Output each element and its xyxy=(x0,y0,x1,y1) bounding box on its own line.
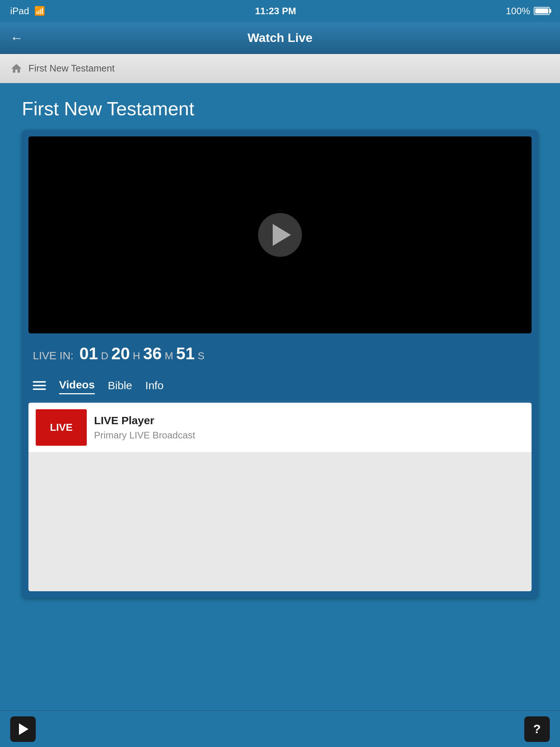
tab-bible[interactable]: Bible xyxy=(108,377,132,394)
device-label: iPad xyxy=(10,5,29,17)
bottom-play-icon xyxy=(19,723,28,735)
breadcrumb-text: First New Testament xyxy=(28,63,114,74)
countdown-days-value: 01 xyxy=(79,344,98,363)
video-player[interactable] xyxy=(28,136,532,333)
hamburger-menu-icon[interactable] xyxy=(33,381,46,390)
hamburger-line-1 xyxy=(33,381,46,383)
hamburger-line-3 xyxy=(33,388,46,390)
main-content: First New Testament LIVE IN: 01 D 20 H 3… xyxy=(0,83,560,612)
play-button-overlay[interactable] xyxy=(258,213,302,257)
countdown-days-unit: D xyxy=(101,350,108,362)
status-bar: iPad 📶 11:23 PM 100% xyxy=(0,0,560,22)
tab-videos[interactable]: Videos xyxy=(59,376,95,394)
nav-title: Watch Live xyxy=(248,31,312,45)
countdown-minutes-unit: M xyxy=(165,350,173,362)
video-info: LIVE Player Primary LIVE Broadcast xyxy=(94,414,195,441)
live-badge: LIVE xyxy=(36,409,87,446)
back-button[interactable]: ← xyxy=(10,30,23,46)
home-icon xyxy=(10,62,23,75)
live-countdown: LIVE IN: 01 D 20 H 36 M 51 S xyxy=(28,333,532,371)
tabs-row: Videos Bible Info xyxy=(28,371,532,401)
video-subtitle: Primary LIVE Broadcast xyxy=(94,430,195,441)
wifi-icon: 📶 xyxy=(34,6,45,16)
countdown-minutes-value: 36 xyxy=(143,344,162,363)
tab-info[interactable]: Info xyxy=(145,377,164,394)
battery-icon xyxy=(534,7,550,15)
video-title: LIVE Player xyxy=(94,414,195,427)
breadcrumb: First New Testament xyxy=(0,54,560,83)
countdown-seconds-value: 51 xyxy=(176,344,195,363)
bottom-play-button[interactable] xyxy=(10,716,36,742)
status-time: 11:23 PM xyxy=(255,5,296,17)
bottom-bar: ? xyxy=(0,711,560,747)
countdown-seconds-unit: S xyxy=(198,350,205,362)
status-right: 100% xyxy=(506,5,550,17)
countdown-hours-unit: H xyxy=(133,350,140,362)
page-title: First New Testament xyxy=(22,98,538,120)
help-label: ? xyxy=(533,722,541,736)
bottom-help-button[interactable]: ? xyxy=(524,716,550,742)
status-left: iPad 📶 xyxy=(10,5,45,17)
live-in-label: LIVE IN: xyxy=(33,349,74,362)
countdown-hours-value: 20 xyxy=(111,344,130,363)
list-item[interactable]: LIVE LIVE Player Primary LIVE Broadcast xyxy=(28,403,532,453)
videos-list: LIVE LIVE Player Primary LIVE Broadcast xyxy=(28,403,532,591)
content-card: LIVE IN: 01 D 20 H 36 M 51 S Videos Bibl… xyxy=(22,130,538,598)
play-icon xyxy=(273,224,291,246)
empty-list-area xyxy=(28,453,532,591)
battery-percent: 100% xyxy=(506,5,530,17)
nav-bar: ← Watch Live xyxy=(0,22,560,54)
hamburger-line-2 xyxy=(33,385,46,386)
